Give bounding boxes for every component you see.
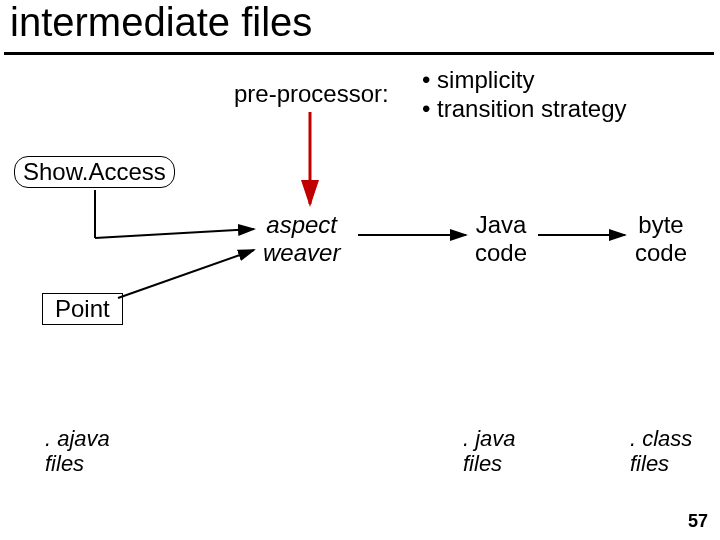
java-files-caption: . java files (463, 426, 516, 477)
java-code-label: Java code (475, 211, 527, 266)
ajava-files-caption: . ajava files (45, 426, 110, 477)
slide-number: 57 (688, 511, 708, 532)
class-files-caption: . class files (630, 426, 692, 477)
aspect-weaver-label: aspect weaver (263, 211, 340, 266)
java-code-line2: code (475, 239, 527, 267)
title-underline (4, 52, 714, 55)
slide-title: intermediate files (10, 0, 312, 45)
byte-code-label: byte code (635, 211, 687, 266)
arrow-showaccess-to-weaver (95, 229, 254, 238)
java-files-line2: files (463, 451, 516, 476)
bullet-simplicity: • simplicity (422, 66, 627, 95)
point-box: Point (42, 293, 123, 325)
java-files-line1: . java (463, 426, 516, 451)
aspect-weaver-line2: weaver (263, 239, 340, 267)
byte-code-line1: byte (635, 211, 687, 239)
ajava-files-line2: files (45, 451, 110, 476)
class-files-line1: . class (630, 426, 692, 451)
preprocessor-bullets: • simplicity • transition strategy (422, 66, 627, 124)
bullet-transition: • transition strategy (422, 95, 627, 124)
class-files-line2: files (630, 451, 692, 476)
java-code-line1: Java (475, 211, 527, 239)
ajava-files-line1: . ajava (45, 426, 110, 451)
aspect-weaver-line1: aspect (263, 211, 340, 239)
show-access-box: Show.Access (14, 156, 175, 188)
arrow-point-to-weaver (118, 250, 254, 298)
byte-code-line2: code (635, 239, 687, 267)
preprocessor-label: pre-processor: (234, 80, 389, 108)
